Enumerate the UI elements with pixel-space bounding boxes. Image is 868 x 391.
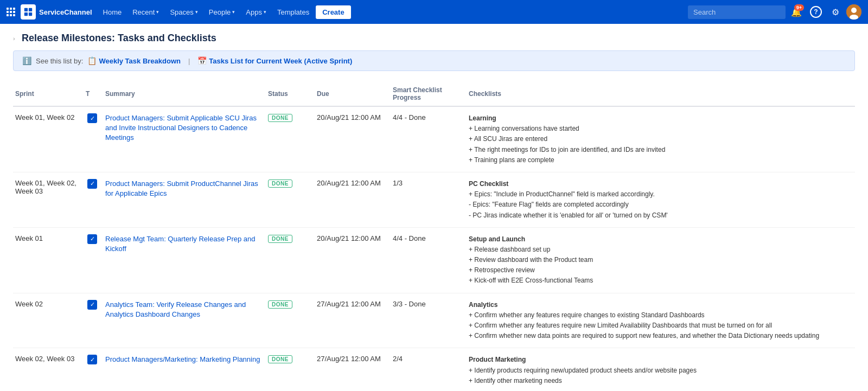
svg-rect-1 xyxy=(10,8,12,10)
cell-checkbox[interactable]: ✓ xyxy=(84,348,103,391)
search-input[interactable] xyxy=(688,5,786,19)
col-header-summary: Summary xyxy=(103,82,266,106)
link2-text: Tasks List for Current Week (Active Spri… xyxy=(209,57,352,65)
checklist-content: Setup and Launch+ Release dashboard set … xyxy=(469,234,851,286)
status-badge: DONE xyxy=(268,114,292,122)
svg-rect-2 xyxy=(13,8,15,10)
cell-sprint: Week 02, Week 03 xyxy=(13,348,84,391)
svg-rect-8 xyxy=(13,14,15,16)
table-row: Week 01, Week 02✓Product Managers: Submi… xyxy=(13,106,855,172)
svg-rect-5 xyxy=(13,11,15,13)
svg-rect-11 xyxy=(24,12,28,16)
create-button[interactable]: Create xyxy=(316,5,350,19)
nav-home[interactable]: Home xyxy=(99,6,126,18)
cell-checklist: Setup and Launch+ Release dashboard set … xyxy=(467,227,855,293)
cell-summary: Analytics Team: Verify Release Changes a… xyxy=(103,293,266,348)
grid-icon[interactable] xyxy=(7,8,15,16)
checkbox-checked[interactable]: ✓ xyxy=(87,234,97,244)
cell-status: DONE xyxy=(266,293,315,348)
cell-progress: 4/4 - Done xyxy=(391,227,467,293)
table-row: Week 02, Week 03✓Product Managers/Market… xyxy=(13,348,855,391)
info-icon: ℹ️ xyxy=(22,56,31,65)
summary-link[interactable]: Release Mgt Team: Quarterly Release Prep… xyxy=(105,235,256,253)
cell-status: DONE xyxy=(266,227,315,293)
cell-progress: 1/3 xyxy=(391,172,467,227)
table-row: Week 01✓Release Mgt Team: Quarterly Rele… xyxy=(13,227,855,293)
cell-due: 27/Aug/21 12:00 AM xyxy=(315,293,391,348)
cell-due: 20/Aug/21 12:00 AM xyxy=(315,172,391,227)
cell-summary: Product Managers: Submit Applicable SCU … xyxy=(103,106,266,172)
svg-rect-3 xyxy=(7,11,9,13)
checkbox-checked[interactable]: ✓ xyxy=(87,300,97,310)
summary-link[interactable]: Product Managers: Submit ProductChannel … xyxy=(105,180,258,197)
weekly-breakdown-link[interactable]: 📋 Weekly Task Breakdown xyxy=(87,56,181,65)
collapse-arrow[interactable]: › xyxy=(13,35,15,42)
summary-link[interactable]: Product Managers/Marketing: Marketing Pl… xyxy=(105,355,260,363)
svg-rect-10 xyxy=(29,8,32,11)
summary-link[interactable]: Product Managers: Submit Applicable SCU … xyxy=(105,114,257,142)
svg-rect-9 xyxy=(24,8,28,11)
svg-rect-6 xyxy=(7,14,9,16)
logo-icon xyxy=(21,4,36,20)
table-row: Week 01, Week 02, Week 03✓Product Manage… xyxy=(13,172,855,227)
col-header-due: Due xyxy=(315,82,391,106)
checklist-content: PC Checklist+ Epics: "Include in Product… xyxy=(469,179,851,221)
col-header-sprint: Sprint xyxy=(13,82,84,106)
checkbox-checked[interactable]: ✓ xyxy=(87,113,97,123)
cell-due: 20/Aug/21 12:00 AM xyxy=(315,227,391,293)
cell-progress: 4/4 - Done xyxy=(391,106,467,172)
notification-badge: 9+ xyxy=(794,4,804,11)
cell-sprint: Week 01 xyxy=(13,227,84,293)
settings-button[interactable]: ⚙ xyxy=(827,3,844,21)
nav-templates[interactable]: Templates xyxy=(273,6,314,18)
cell-checkbox[interactable]: ✓ xyxy=(84,172,103,227)
logo[interactable]: ServiceChannel xyxy=(21,4,92,20)
link1-text: Weekly Task Breakdown xyxy=(99,57,181,65)
cell-summary: Product Managers/Marketing: Marketing Pl… xyxy=(103,348,266,391)
top-navigation: ServiceChannel Home Recent▾ Spaces▾ Peop… xyxy=(0,0,868,24)
notifications-button[interactable]: 🔔 9+ xyxy=(788,3,805,21)
cell-summary: Release Mgt Team: Quarterly Release Prep… xyxy=(103,227,266,293)
nav-spaces[interactable]: Spaces▾ xyxy=(165,6,202,18)
checkbox-checked[interactable]: ✓ xyxy=(87,355,97,364)
cell-due: 27/Aug/21 12:00 AM xyxy=(315,348,391,391)
status-badge: DONE xyxy=(268,355,292,363)
col-header-status: Status xyxy=(266,82,315,106)
help-button[interactable]: ? xyxy=(807,3,825,21)
cell-sprint: Week 01, Week 02 xyxy=(13,106,84,172)
cell-checkbox[interactable]: ✓ xyxy=(84,227,103,293)
cell-sprint: Week 01, Week 02, Week 03 xyxy=(13,172,84,227)
col-header-smart: Smart Checklist Progress xyxy=(391,82,467,106)
link2-emoji: 📅 xyxy=(197,56,207,65)
link1-emoji: 📋 xyxy=(87,56,97,65)
cell-progress: 2/4 xyxy=(391,348,467,391)
col-header-checklists: Checklists xyxy=(467,82,855,106)
user-avatar[interactable] xyxy=(846,4,861,20)
main-content: › Release Milestones: Tasks and Checklis… xyxy=(0,24,868,391)
svg-rect-12 xyxy=(29,12,32,16)
status-badge: DONE xyxy=(268,300,292,309)
cell-progress: 3/3 - Done xyxy=(391,293,467,348)
status-badge: DONE xyxy=(268,235,292,243)
active-sprint-link[interactable]: 📅 Tasks List for Current Week (Active Sp… xyxy=(197,56,352,65)
checklist-content: Product Marketing+ Identify products req… xyxy=(469,355,851,386)
svg-rect-4 xyxy=(10,11,12,13)
info-banner: ℹ️ See this list by: 📋 Weekly Task Break… xyxy=(13,50,855,71)
checklist-content: Learning+ Learning conversations have st… xyxy=(469,113,851,165)
cell-checkbox[interactable]: ✓ xyxy=(84,293,103,348)
nav-people[interactable]: People▾ xyxy=(205,6,239,18)
logo-text: ServiceChannel xyxy=(39,8,92,16)
summary-link[interactable]: Analytics Team: Verify Release Changes a… xyxy=(105,300,246,318)
cell-checklist: Learning+ Learning conversations have st… xyxy=(467,106,855,172)
cell-summary: Product Managers: Submit ProductChannel … xyxy=(103,172,266,227)
cell-due: 20/Aug/21 12:00 AM xyxy=(315,106,391,172)
cell-checkbox[interactable]: ✓ xyxy=(84,106,103,172)
nav-apps[interactable]: Apps▾ xyxy=(241,6,271,18)
checkbox-checked[interactable]: ✓ xyxy=(87,179,97,189)
cell-status: DONE xyxy=(266,172,315,227)
page-title: Release Milestones: Tasks and Checklists xyxy=(22,33,855,44)
nav-recent[interactable]: Recent▾ xyxy=(128,6,163,18)
col-header-t: T xyxy=(84,82,103,106)
checklist-content: Analytics+ Confirm whether any features … xyxy=(469,300,851,342)
cell-status: DONE xyxy=(266,348,315,391)
